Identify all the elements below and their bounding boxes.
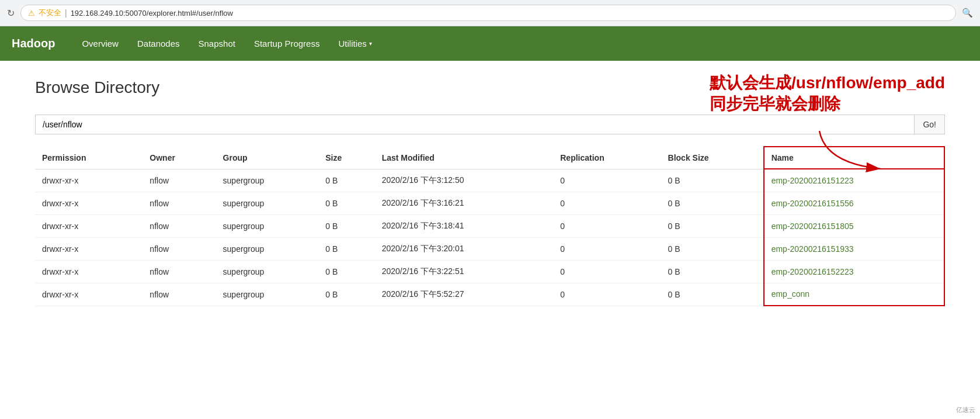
table-row: drwxr-xr-x nflow supergroup 0 B 2020/2/1… [35, 283, 944, 306]
cell-modified: 2020/2/16 下午3:22:51 [375, 260, 554, 283]
table-container: Permission Owner Group Size Last Modifie… [35, 146, 945, 306]
cell-name[interactable]: emp-20200216151933 [764, 237, 944, 260]
navbar: Hadoop Overview Datanodes Snapshot Start… [0, 26, 980, 61]
insecure-label: 不安全 [39, 8, 61, 18]
cell-replication: 0 [553, 260, 661, 283]
cell-block-size: 0 B [661, 237, 764, 260]
cell-permission: drwxr-xr-x [35, 214, 143, 237]
cell-owner: nflow [143, 260, 216, 283]
cell-name[interactable]: emp-20200216152223 [764, 260, 944, 283]
cell-block-size: 0 B [661, 192, 764, 214]
path-input[interactable] [35, 115, 914, 134]
col-owner: Owner [143, 147, 216, 169]
dropdown-arrow-icon: ▾ [369, 40, 372, 47]
cell-size: 0 B [318, 192, 374, 214]
cell-group: supergroup [216, 237, 319, 260]
cell-modified: 2020/2/16 下午3:18:41 [375, 214, 554, 237]
cell-owner: nflow [143, 214, 216, 237]
cell-size: 0 B [318, 283, 374, 306]
url-text: 192.168.249.10:50070/explorer.html#/user… [71, 9, 948, 18]
nav-startup-progress[interactable]: Startup Progress [245, 28, 329, 59]
main-content: Browse Directory 默认会生成/usr/nflow/emp_add… [0, 61, 980, 324]
browser-bar: ↻ ⚠ 不安全 | 192.168.249.10:50070/explorer.… [0, 0, 980, 26]
cell-owner: nflow [143, 192, 216, 214]
cell-name[interactable]: emp_conn [764, 283, 944, 306]
cell-size: 0 B [318, 169, 374, 192]
cell-replication: 0 [553, 283, 661, 306]
cell-permission: drwxr-xr-x [35, 169, 143, 192]
page-title: Browse Directory [35, 78, 945, 97]
table-row: drwxr-xr-x nflow supergroup 0 B 2020/2/1… [35, 192, 944, 214]
cell-replication: 0 [553, 237, 661, 260]
col-replication: Replication [553, 147, 661, 169]
cell-block-size: 0 B [661, 260, 764, 283]
col-size: Size [318, 147, 374, 169]
table-row: drwxr-xr-x nflow supergroup 0 B 2020/2/1… [35, 169, 944, 192]
cell-size: 0 B [318, 260, 374, 283]
cell-group: supergroup [216, 260, 319, 283]
cell-permission: drwxr-xr-x [35, 237, 143, 260]
cell-permission: drwxr-xr-x [35, 192, 143, 214]
cell-name[interactable]: emp-20200216151805 [764, 214, 944, 237]
cell-permission: drwxr-xr-x [35, 283, 143, 306]
cell-name[interactable]: emp-20200216151223 [764, 169, 944, 192]
warning-icon: ⚠ [28, 9, 35, 18]
col-last-modified: Last Modified [375, 147, 554, 169]
cell-block-size: 0 B [661, 214, 764, 237]
table-row: drwxr-xr-x nflow supergroup 0 B 2020/2/1… [35, 237, 944, 260]
cell-owner: nflow [143, 283, 216, 306]
col-name: Name [764, 147, 944, 169]
cell-group: supergroup [216, 169, 319, 192]
cell-group: supergroup [216, 283, 319, 306]
col-group: Group [216, 147, 319, 169]
table-row: drwxr-xr-x nflow supergroup 0 B 2020/2/1… [35, 214, 944, 237]
nav-overview[interactable]: Overview [72, 28, 128, 59]
path-bar: Go! [35, 115, 945, 134]
directory-table: Permission Owner Group Size Last Modifie… [35, 146, 945, 306]
cell-block-size: 0 B [661, 283, 764, 306]
cell-name[interactable]: emp-20200216151556 [764, 192, 944, 214]
nav-datanodes[interactable]: Datanodes [128, 28, 189, 59]
col-block-size: Block Size [661, 147, 764, 169]
cell-modified: 2020/2/16 下午5:52:27 [375, 283, 554, 306]
cell-block-size: 0 B [661, 169, 764, 192]
cell-modified: 2020/2/16 下午3:16:21 [375, 192, 554, 214]
nav-snapshot[interactable]: Snapshot [189, 28, 245, 59]
cell-size: 0 B [318, 237, 374, 260]
table-row: drwxr-xr-x nflow supergroup 0 B 2020/2/1… [35, 260, 944, 283]
cell-group: supergroup [216, 214, 319, 237]
cell-group: supergroup [216, 192, 319, 214]
url-separator: | [65, 8, 67, 18]
go-button[interactable]: Go! [914, 115, 945, 134]
col-permission: Permission [35, 147, 143, 169]
reload-button[interactable]: ↻ [7, 8, 15, 19]
url-bar[interactable]: ⚠ 不安全 | 192.168.249.10:50070/explorer.ht… [20, 5, 956, 21]
cell-modified: 2020/2/16 下午3:12:50 [375, 169, 554, 192]
cell-owner: nflow [143, 237, 216, 260]
cell-size: 0 B [318, 214, 374, 237]
nav-utilities[interactable]: Utilities ▾ [329, 28, 381, 59]
navbar-brand[interactable]: Hadoop [12, 26, 67, 61]
cell-owner: nflow [143, 169, 216, 192]
cell-replication: 0 [553, 192, 661, 214]
cell-replication: 0 [553, 214, 661, 237]
cell-replication: 0 [553, 169, 661, 192]
browser-search-icon[interactable]: 🔍 [962, 8, 973, 18]
cell-modified: 2020/2/16 下午3:20:01 [375, 237, 554, 260]
cell-permission: drwxr-xr-x [35, 260, 143, 283]
